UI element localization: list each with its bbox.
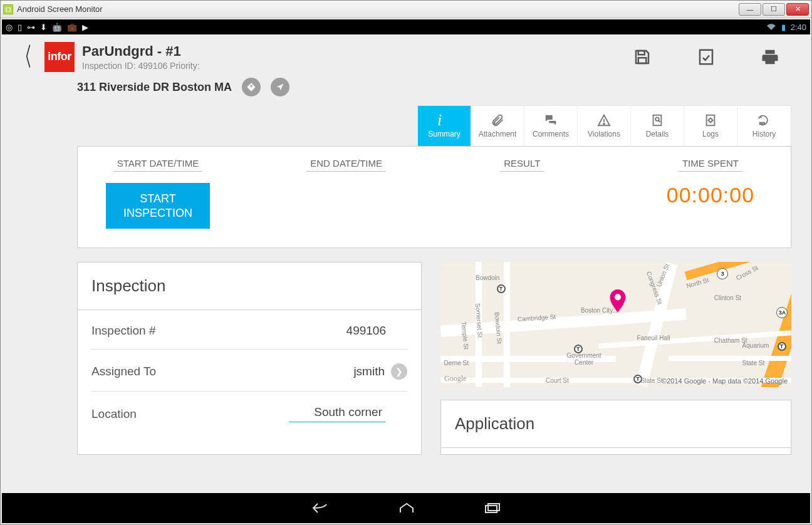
time-spent-label: TIME SPENT (679, 158, 742, 172)
tab-label: Attachment (479, 130, 517, 138)
window-maximize-button[interactable]: ☐ (763, 3, 785, 16)
result-label: RESULT (500, 158, 544, 172)
map-label: Bowdoin St (494, 312, 503, 344)
inspection-number-label: Inspection # (91, 324, 155, 338)
location-input[interactable]: South corner (289, 405, 386, 422)
application-card-title: Application (441, 400, 791, 448)
nav-back-icon[interactable] (311, 502, 329, 514)
map-attribution: ©2014 Google - Map data ©2014 Google (662, 377, 788, 385)
inspection-card: Inspection Inspection # 499106 Assigned … (77, 262, 422, 455)
svg-rect-11 (763, 123, 764, 125)
briefcase-icon: 💼 (67, 23, 77, 32)
tab-label: History (752, 130, 776, 138)
warning-icon (597, 113, 611, 127)
download-icon: ⬇ (40, 23, 47, 32)
timer-panel: START DATE/TIME START INSPECTION END DAT… (77, 146, 791, 248)
svg-rect-0 (638, 51, 645, 55)
key-icon: ⊶ (27, 23, 35, 32)
map-label: Derne St (444, 360, 469, 366)
android-status-bar: ◎ ▯ ⊶ ⬇ 🤖 💼 ▶ ▮ 2:40 (2, 19, 810, 34)
comments-icon (544, 113, 558, 127)
tab-history[interactable]: History (737, 106, 791, 146)
paperclip-icon (491, 113, 504, 127)
navigate-icon[interactable] (271, 78, 289, 96)
end-date-label: END DATE/TIME (306, 158, 386, 172)
page-subtitle: Inspection ID: 499106 Priority: (82, 61, 200, 71)
android-nav-bar (2, 493, 810, 523)
google-logo: Google (444, 374, 466, 383)
svg-point-12 (615, 294, 621, 300)
page-title: ParUndgrd - #1 (82, 43, 200, 60)
tab-label: Comments (533, 130, 569, 138)
svg-rect-10 (759, 123, 761, 125)
tab-details[interactable]: Details (631, 106, 684, 146)
save-icon[interactable] (632, 47, 652, 67)
inspection-number-value: 499106 (346, 324, 407, 338)
map-label: State St (640, 377, 663, 384)
svg-point-4 (603, 123, 605, 125)
location-label: Location (91, 407, 137, 421)
details-icon (650, 113, 664, 127)
window-titlebar: ◻ Android Screen Monitor — ☐ ✕ (1, 1, 811, 18)
map-label: Faneuil Hall (637, 335, 670, 341)
clock: 2:40 (791, 23, 806, 32)
app-icon: ◻ (3, 4, 13, 14)
tab-comments[interactable]: Comments (524, 106, 578, 146)
start-date-label: START DATE/TIME (113, 158, 203, 172)
map-view[interactable]: T T T T 3 3A Bowdoin Cambridge St Somers… (440, 262, 791, 387)
tab-strip: i Summary Attachment Comments Violations (417, 105, 791, 146)
svg-point-9 (709, 118, 712, 122)
map-label: Court St (546, 377, 569, 384)
gear-icon (704, 113, 717, 127)
print-icon[interactable] (760, 47, 780, 67)
checklist-icon[interactable] (696, 47, 716, 67)
tab-summary[interactable]: i Summary (418, 106, 471, 146)
transit-stop-icon: T (497, 284, 506, 293)
map-label: Aquarium (742, 342, 769, 349)
battery-icon: ▮ (781, 23, 786, 32)
map-label: Cross St (735, 264, 759, 282)
window-minimize-button[interactable]: — (739, 3, 761, 16)
nav-home-icon[interactable] (398, 502, 415, 514)
tab-label: Logs (702, 130, 719, 138)
window-close-button[interactable]: ✕ (786, 3, 809, 16)
svg-line-7 (658, 120, 660, 122)
application-card: Application (440, 400, 791, 455)
map-label: Bowdoin (476, 274, 499, 281)
tab-logs[interactable]: Logs (684, 106, 737, 146)
device-icon: ▯ (18, 23, 22, 32)
tab-violations[interactable]: Violations (578, 106, 631, 146)
play-icon: ▶ (82, 23, 88, 32)
time-spent-value: 00:00:00 (667, 183, 754, 207)
tab-label: Violations (588, 130, 620, 138)
route-shield-icon: 3 (717, 268, 728, 279)
chevron-right-icon[interactable]: ❯ (391, 363, 407, 380)
tab-label: Summary (428, 130, 460, 138)
assigned-to-value: jsmith (353, 365, 385, 378)
window-title: Android Screen Monitor (17, 4, 103, 14)
directions-icon[interactable] (242, 78, 261, 96)
nav-recent-icon[interactable] (484, 502, 501, 514)
tab-attachment[interactable]: Attachment (471, 106, 524, 146)
back-button[interactable]: 〈 (17, 39, 32, 74)
tab-label: Details (646, 130, 669, 138)
start-inspection-button[interactable]: START INSPECTION (106, 183, 210, 229)
address-text: 311 Riverside DR Boston MA (77, 81, 232, 94)
android-icon: 🤖 (52, 23, 62, 32)
gps-icon: ◎ (6, 23, 13, 32)
svg-rect-1 (638, 58, 647, 63)
map-pin-icon (609, 289, 627, 307)
assigned-to-label: Assigned To (91, 365, 156, 378)
map-label: Clinton St (714, 294, 741, 301)
map-label: Government Center (567, 352, 601, 366)
wifi-icon (766, 23, 776, 31)
svg-rect-2 (700, 49, 712, 64)
infor-logo: infor (44, 42, 75, 72)
map-label: State St (742, 360, 765, 366)
history-icon (757, 113, 771, 127)
svg-rect-13 (486, 506, 497, 512)
info-icon: i (437, 113, 451, 127)
inspection-card-title: Inspection (78, 262, 421, 310)
svg-rect-14 (488, 504, 499, 511)
transit-stop-icon: T (778, 342, 786, 351)
